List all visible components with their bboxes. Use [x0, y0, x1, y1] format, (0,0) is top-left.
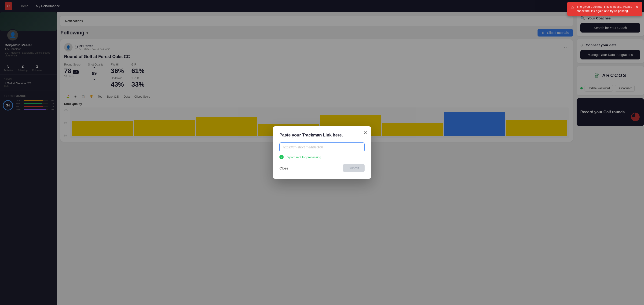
- modal-close-icon-button[interactable]: ✕: [364, 130, 368, 136]
- modal-footer: Close Submit: [280, 164, 364, 172]
- modal-title: Paste your Trackman Link here.: [280, 133, 364, 138]
- trackman-modal: Paste your Trackman Link here. ✕ ✓ Repor…: [273, 126, 371, 179]
- success-check-icon: ✓: [280, 155, 284, 159]
- modal-success-text: Report sent for processing: [286, 156, 321, 159]
- error-toast: ⚠ The given trackman link is invalid. Pl…: [567, 2, 642, 16]
- trackman-link-input[interactable]: [280, 142, 364, 152]
- modal-close-button[interactable]: Close: [280, 166, 288, 170]
- modal-overlay: Paste your Trackman Link here. ✕ ✓ Repor…: [0, 0, 644, 305]
- modal-success-message: ✓ Report sent for processing: [280, 155, 364, 159]
- toast-close-button[interactable]: ✕: [635, 5, 638, 9]
- modal-submit-button[interactable]: Submit: [343, 164, 364, 172]
- toast-message: The given trackman link is invalid. Plea…: [576, 5, 633, 13]
- warning-icon: ⚠: [571, 5, 574, 9]
